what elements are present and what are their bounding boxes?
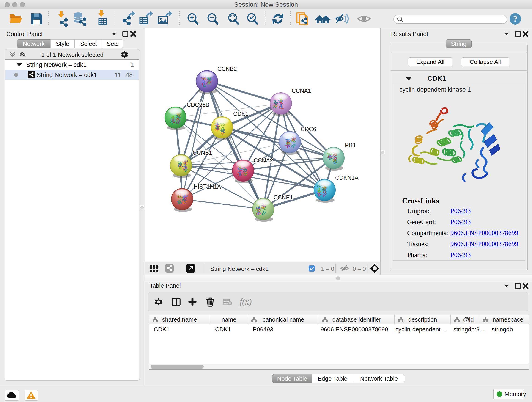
svg-text:CDKN1A: CDKN1A — [335, 174, 359, 181]
svg-text:CDC25B: CDC25B — [187, 102, 209, 108]
svg-text:HIST1H1A: HIST1H1A — [194, 183, 221, 190]
svg-text:CCNA2: CCNA2 — [254, 157, 273, 164]
svg-text:CCNB2: CCNB2 — [217, 65, 237, 72]
svg-text:CCNA1: CCNA1 — [292, 88, 311, 94]
svg-text:RB1: RB1 — [345, 142, 356, 148]
svg-text:CCNB1: CCNB1 — [193, 149, 212, 156]
svg-text:CDC6: CDC6 — [301, 126, 316, 132]
svg-text:f(x): f(x) — [240, 297, 252, 307]
svg-text:?: ? — [513, 14, 518, 24]
svg-text:CCNE1: CCNE1 — [273, 194, 293, 201]
svg-text:CDK1: CDK1 — [233, 110, 249, 117]
